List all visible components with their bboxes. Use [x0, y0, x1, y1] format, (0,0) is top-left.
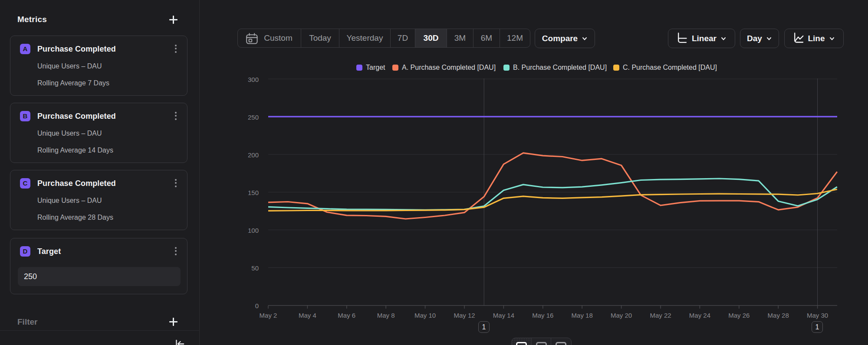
svg-text:100: 100	[248, 227, 259, 234]
svg-text:200: 200	[248, 151, 259, 159]
svg-text:May 12: May 12	[454, 312, 475, 319]
svg-text:May 28: May 28	[768, 312, 789, 319]
svg-text:250: 250	[248, 114, 259, 121]
svg-text:May 22: May 22	[650, 312, 671, 319]
svg-text:May 18: May 18	[572, 312, 593, 319]
svg-text:May 16: May 16	[532, 312, 553, 319]
svg-text:50: 50	[251, 264, 259, 272]
svg-text:150: 150	[248, 189, 259, 196]
svg-text:May 26: May 26	[728, 312, 750, 319]
svg-text:300: 300	[248, 76, 259, 83]
svg-text:May 20: May 20	[611, 312, 632, 319]
svg-text:0: 0	[255, 302, 259, 309]
svg-text:May 6: May 6	[338, 312, 355, 319]
svg-text:May 4: May 4	[299, 312, 316, 319]
svg-text:May 10: May 10	[414, 312, 436, 319]
svg-text:May 2: May 2	[260, 312, 277, 319]
svg-text:May 30: May 30	[807, 312, 828, 319]
svg-text:May 14: May 14	[493, 312, 514, 319]
svg-text:May 24: May 24	[689, 312, 710, 319]
svg-text:May 8: May 8	[377, 312, 395, 319]
